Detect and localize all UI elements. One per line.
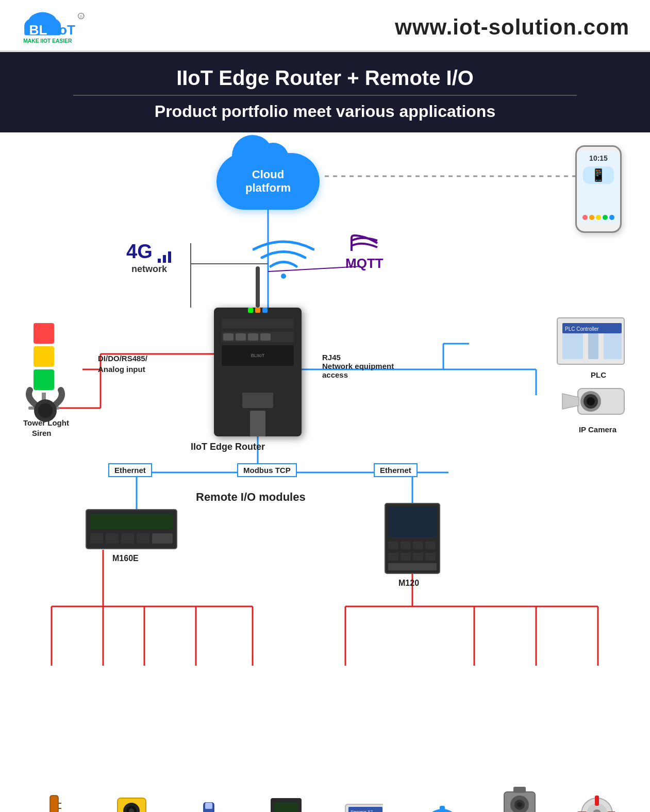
cloud-shape: Cloud platform bbox=[216, 153, 320, 210]
net-access1: Network equipment bbox=[322, 362, 394, 370]
plc-bottom-svg: Siemens S7 bbox=[344, 802, 383, 812]
pump-icon bbox=[422, 802, 460, 812]
phone-device: 10:15 📱 bbox=[575, 145, 624, 235]
rs485-icon bbox=[267, 793, 306, 812]
signal-icon bbox=[157, 248, 172, 264]
website-url: www.iot-solution.com bbox=[395, 15, 629, 40]
stepper-svg bbox=[499, 784, 538, 812]
siren-icon bbox=[20, 385, 71, 426]
analog-text: Analog input bbox=[98, 365, 145, 374]
rs485-svg bbox=[268, 793, 304, 812]
svg-rect-67 bbox=[90, 533, 103, 544]
banner-subtitle: Product portfolio meet various applicati… bbox=[10, 102, 640, 121]
svg-rect-125 bbox=[595, 796, 599, 806]
remote-io-label: Remote I/O modules bbox=[196, 490, 306, 504]
m160e-device bbox=[85, 509, 178, 550]
stepper-icon bbox=[499, 784, 538, 812]
logo-area: BL IIoT ® MAKE IIOT EASIER bbox=[15, 9, 108, 45]
svg-rect-69 bbox=[121, 533, 134, 544]
rj45-text: RJ45 bbox=[322, 353, 394, 362]
plc-top-label: PLC bbox=[591, 370, 606, 379]
svg-rect-79 bbox=[401, 553, 411, 561]
svg-rect-45 bbox=[168, 251, 171, 263]
mqtt-label: MQTT bbox=[345, 233, 384, 272]
svg-rect-82 bbox=[388, 563, 437, 570]
svg-point-121 bbox=[517, 802, 522, 807]
svg-point-53 bbox=[38, 403, 53, 418]
mqtt-text: MQTT bbox=[345, 256, 384, 272]
ethernet-label-left: Ethernet bbox=[108, 463, 152, 477]
svg-text:®: ® bbox=[80, 14, 83, 19]
device-ph-sensor: PH sensor bbox=[178, 802, 240, 812]
photo-sensor-svg bbox=[112, 793, 151, 812]
4g-text: 4G bbox=[126, 241, 153, 262]
mqtt-icon bbox=[349, 233, 380, 253]
siren-label: Siren bbox=[32, 429, 52, 437]
svg-rect-117 bbox=[440, 806, 445, 812]
m120-device bbox=[384, 502, 441, 574]
main-banner: IIoT Edge Router + Remote I/O Product po… bbox=[0, 52, 650, 132]
plc-top-device: PLC Controller bbox=[555, 315, 627, 367]
svg-rect-73 bbox=[388, 506, 437, 537]
svg-rect-83 bbox=[50, 796, 58, 812]
connection-lines bbox=[0, 132, 650, 776]
svg-rect-98 bbox=[205, 803, 212, 809]
valve-icon bbox=[576, 793, 615, 812]
svg-rect-47 bbox=[34, 323, 54, 344]
svg-rect-102 bbox=[274, 802, 298, 812]
svg-rect-44 bbox=[163, 255, 166, 263]
banner-divider bbox=[73, 95, 577, 96]
router-antenna bbox=[256, 266, 260, 308]
svg-point-63 bbox=[587, 397, 595, 405]
m160e-icon bbox=[85, 509, 178, 550]
m120-label: M120 bbox=[398, 579, 419, 588]
svg-rect-48 bbox=[34, 346, 54, 367]
svg-rect-70 bbox=[137, 533, 149, 544]
svg-rect-76 bbox=[413, 542, 423, 549]
svg-text:PLC Controller: PLC Controller bbox=[565, 326, 599, 332]
svg-rect-75 bbox=[401, 542, 411, 549]
device-rs485: RS485 serialport devices bbox=[255, 793, 317, 812]
4g-network-label: 4G network bbox=[126, 241, 172, 275]
device-analog-output: Analog output(Adjustable valve) bbox=[565, 793, 627, 812]
cloud-text: Cloud platform bbox=[245, 168, 291, 195]
ph-sensor-icon bbox=[190, 802, 228, 812]
ipcam-label: IP Camera bbox=[579, 425, 616, 434]
plc-bottom-icon: Siemens S7 bbox=[344, 802, 383, 812]
di-text: DI/DO/RS485/ bbox=[98, 354, 147, 363]
svg-rect-81 bbox=[425, 553, 436, 561]
ph-sensor-svg bbox=[196, 802, 222, 812]
svg-rect-74 bbox=[388, 542, 398, 549]
page-header: BL IIoT ® MAKE IIOT EASIER www.iot-solut… bbox=[0, 0, 650, 52]
rj45-label: RJ45 Network equipment access bbox=[322, 353, 394, 379]
ipcam-device bbox=[557, 381, 629, 422]
siren-device bbox=[20, 385, 71, 428]
bottom-devices-row: Temperaturesensor PhotoelectricSensor bbox=[0, 776, 650, 812]
svg-rect-43 bbox=[158, 259, 161, 263]
m120-icon bbox=[384, 502, 441, 574]
svg-marker-64 bbox=[562, 394, 579, 409]
ethernet-label-right: Ethernet bbox=[374, 463, 418, 477]
wifi-symbol bbox=[253, 238, 314, 284]
wifi-icon bbox=[253, 238, 314, 284]
svg-rect-77 bbox=[425, 542, 436, 549]
plc-top-icon: PLC Controller bbox=[555, 315, 627, 367]
device-pump-control: Pump control bbox=[410, 802, 472, 812]
network-sub: network bbox=[126, 264, 172, 275]
svg-rect-80 bbox=[413, 553, 423, 561]
bliiot-logo: BL IIoT ® MAKE IIOT EASIER bbox=[15, 9, 108, 45]
device-photoelectric-sensor: PhotoelectricSensor bbox=[101, 793, 162, 812]
modbus-tcp-label: Modbus TCP bbox=[237, 463, 297, 477]
svg-text:BL: BL bbox=[29, 22, 47, 38]
svg-text:Siemens S7: Siemens S7 bbox=[351, 809, 373, 812]
iiiot-router-device: BLIIoT bbox=[214, 308, 302, 436]
svg-rect-71 bbox=[152, 533, 173, 544]
svg-rect-122 bbox=[513, 787, 526, 793]
diagram-area: Cloud platform 10:15 📱 4G bbox=[0, 132, 650, 776]
pump-svg bbox=[422, 802, 460, 812]
di-do-label: DI/DO/RS485/ Analog input bbox=[98, 353, 147, 375]
svg-rect-66 bbox=[90, 514, 173, 529]
device-temperature-sensor: Temperaturesensor bbox=[23, 793, 85, 812]
phone-time: 10:15 bbox=[589, 154, 608, 162]
net-access2: access bbox=[322, 370, 394, 379]
